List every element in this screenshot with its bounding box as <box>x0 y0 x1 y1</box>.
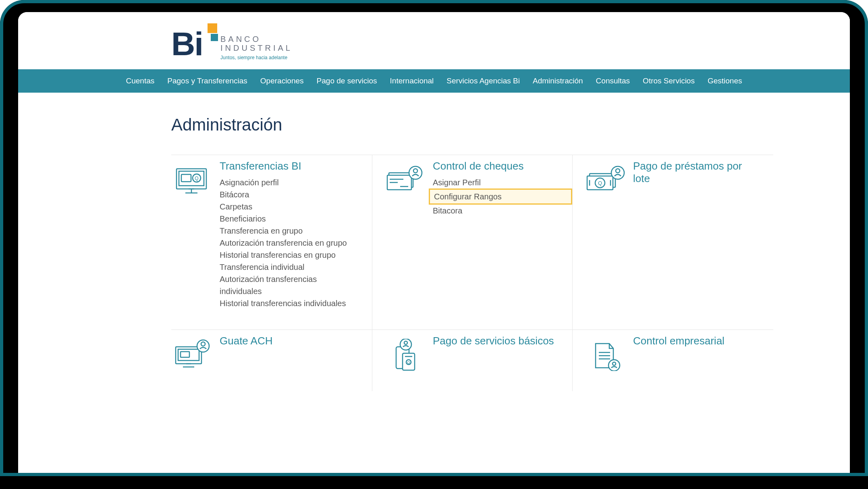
link-bitacora[interactable]: Bitácora <box>220 189 360 201</box>
card-pago-prestamos: Q Pago de préstamos por lote <box>573 155 773 329</box>
link-asignacion-perfil[interactable]: Asignación perfil <box>220 176 360 189</box>
cheque-user-icon <box>384 160 425 196</box>
logo-text: BANCO INDUSTRIAL Juntos, siempre hacia a… <box>220 23 293 60</box>
card-title-control-empresarial[interactable]: Control empresarial <box>633 335 761 347</box>
app-screen: Bi BANCO INDUSTRIAL Juntos, siempre haci… <box>18 12 850 473</box>
nav-otros-servicios[interactable]: Otros Servicios <box>643 77 695 85</box>
link-autorizacion-grupo[interactable]: Autorización transferencia en grupo <box>220 237 360 249</box>
card-guate-ach: Guate ACH <box>171 329 372 391</box>
link-beneficiarios[interactable]: Beneficiarios <box>220 213 360 225</box>
svg-text:Q: Q <box>195 176 198 181</box>
svg-text:Q: Q <box>407 361 410 365</box>
link-historial-individual[interactable]: Historial transferencias individuales <box>220 297 360 309</box>
nav-administracion[interactable]: Administración <box>533 77 583 85</box>
card-title-transferencias[interactable]: Transferencias BI <box>220 160 360 172</box>
cards-grid: Q Transferencias BI Asignación perfil Bi… <box>171 155 773 391</box>
mobile-user-icon: Q <box>384 335 425 371</box>
brand-name-2: INDUSTRIAL <box>220 44 293 52</box>
card-control-cheques: Control de cheques Asignar Perfil Config… <box>372 155 573 329</box>
nav-pago-servicios[interactable]: Pago de servicios <box>317 77 377 85</box>
link-transferencia-individual[interactable]: Transferencia individual <box>220 261 360 273</box>
svg-rect-5 <box>181 174 191 182</box>
svg-rect-27 <box>181 352 189 357</box>
nav-consultas[interactable]: Consultas <box>596 77 630 85</box>
header: Bi BANCO INDUSTRIAL Juntos, siempre haci… <box>18 12 850 69</box>
svg-text:Q: Q <box>598 180 602 186</box>
brand-logo[interactable]: Bi BANCO INDUSTRIAL Juntos, siempre haci… <box>171 23 293 60</box>
card-transferencias-bi: Q Transferencias BI Asignación perfil Bi… <box>171 155 372 329</box>
nav-gestiones[interactable]: Gestiones <box>708 77 742 85</box>
monitor-payment-icon: Q <box>171 160 212 196</box>
monitor-user-icon <box>171 335 212 371</box>
card-control-empresarial: Control empresarial <box>573 329 773 391</box>
link-carpetas[interactable]: Carpetas <box>220 201 360 213</box>
card-pago-servicios: Q Pago de servicios básicos <box>372 329 573 391</box>
link-historial-grupo[interactable]: Historial transferencias en grupo <box>220 249 360 261</box>
brand-tagline: Juntos, siempre hacia adelante <box>220 55 293 60</box>
nav-servicios-agencias[interactable]: Servicios Agencias Bi <box>446 77 520 85</box>
card-title-guate-ach[interactable]: Guate ACH <box>220 335 360 347</box>
nav-operaciones[interactable]: Operaciones <box>260 77 304 85</box>
nav-internacional[interactable]: Internacional <box>390 77 434 85</box>
link-configurar-rangos[interactable]: Configurar Rangos <box>429 189 572 205</box>
nav-cuentas[interactable]: Cuentas <box>126 77 155 85</box>
laptop-frame: Bi BANCO INDUSTRIAL Juntos, siempre haci… <box>0 0 868 489</box>
logo-mark-icon: Bi <box>171 23 212 60</box>
card-title-pago-servicios[interactable]: Pago de servicios básicos <box>433 335 560 347</box>
link-asignar-perfil[interactable]: Asignar Perfil <box>433 176 560 189</box>
document-user-icon <box>585 335 625 371</box>
svg-rect-24 <box>178 349 199 361</box>
main-nav: Cuentas Pagos y Transferencias Operacion… <box>18 69 850 93</box>
page-title: Administración <box>171 115 773 135</box>
laptop-base <box>0 473 868 489</box>
content-area: Administración Q <box>18 93 850 473</box>
nav-pagos-transferencias[interactable]: Pagos y Transferencias <box>167 77 247 85</box>
brand-name-1: BANCO <box>220 35 293 44</box>
card-title-pago-prestamos[interactable]: Pago de préstamos por lote <box>633 160 761 185</box>
link-transferencia-grupo[interactable]: Transferencia en grupo <box>220 225 360 237</box>
card-title-control-cheques[interactable]: Control de cheques <box>433 160 560 172</box>
link-bitacora-cheques[interactable]: Bitacora <box>433 205 560 217</box>
money-user-icon: Q <box>585 160 625 196</box>
link-autorizacion-individual[interactable]: Autorización transferencias individuales <box>220 273 360 297</box>
